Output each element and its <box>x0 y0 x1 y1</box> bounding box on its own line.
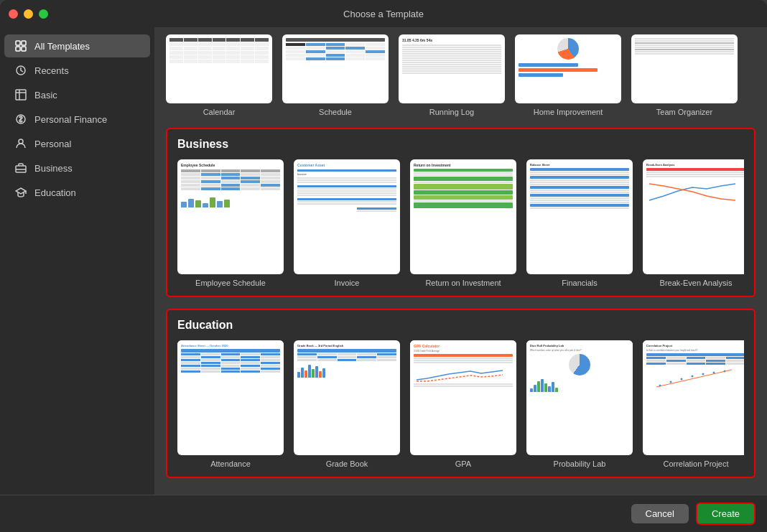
clock-icon <box>14 64 27 77</box>
template-label-financials: Financials <box>562 279 598 287</box>
sidebar-item-business[interactable]: Business <box>4 157 150 179</box>
svg-point-16 <box>670 381 672 383</box>
dollar-icon <box>14 113 27 126</box>
template-label-employee-schedule: Employee Schedule <box>195 279 266 287</box>
minimize-button[interactable] <box>24 9 33 19</box>
cancel-button[interactable]: Cancel <box>631 504 689 523</box>
template-thumb-employee-schedule: Employee Schedule <box>177 159 284 274</box>
svg-marker-13 <box>16 188 26 194</box>
svg-rect-2 <box>16 47 20 51</box>
template-card-roi[interactable]: Return on Investment <box>410 159 516 287</box>
title-bar: Choose a Template <box>0 0 767 27</box>
content-area[interactable]: Calendar Schedule <box>154 27 767 495</box>
template-label-break-even: Break-Even Analysis <box>660 279 733 287</box>
template-label-attendance: Attendance <box>210 459 251 468</box>
svg-line-22 <box>656 370 732 387</box>
window-title: Choose a Template <box>343 9 424 19</box>
template-thumb-team-organizer <box>631 34 738 103</box>
template-card-break-even[interactable]: Break-Even Analysis <box>643 159 744 287</box>
sidebar-label-basic: Basic <box>34 90 57 101</box>
business-section-title: Business <box>177 138 744 151</box>
template-thumb-roi: Return on Investment <box>410 159 516 274</box>
sidebar-label-education: Education <box>34 187 76 198</box>
bottom-bar: Cancel Create <box>0 495 767 532</box>
svg-point-19 <box>702 373 705 375</box>
template-label-team-organizer: Team Organizer <box>656 108 712 116</box>
maximize-button[interactable] <box>39 9 48 19</box>
template-thumb-correlation-project: Correlation Project Is there a correlati… <box>643 340 744 455</box>
svg-rect-1 <box>22 41 26 45</box>
template-card-home-improvement[interactable]: Home Improvement <box>515 34 621 116</box>
svg-point-17 <box>681 378 683 381</box>
template-card-financials[interactable]: Balance Sheet Fi <box>526 159 633 287</box>
svg-point-10 <box>19 139 23 144</box>
sidebar-label-personal: Personal <box>34 139 71 149</box>
template-thumb-schedule <box>282 34 389 103</box>
sidebar-item-education[interactable]: Education <box>4 181 150 204</box>
sidebar-label-recents: Recents <box>34 65 69 76</box>
svg-rect-0 <box>16 41 20 45</box>
template-label-invoice: Invoice <box>335 279 360 287</box>
sidebar-item-personal-finance[interactable]: Personal Finance <box>4 108 150 131</box>
business-section: Business Employee Schedule <box>166 128 756 297</box>
template-card-schedule[interactable]: Schedule <box>282 34 389 116</box>
education-templates-row: Attendance Sheet — October 2020 Attendan… <box>177 340 744 468</box>
template-label-correlation-project: Correlation Project <box>663 459 728 468</box>
template-thumb-gpa: GPA Calculator 3.508 Grade Point Average <box>410 340 516 455</box>
svg-rect-3 <box>22 47 26 51</box>
template-thumb-financials: Balance Sheet <box>526 159 633 274</box>
window-controls <box>9 9 48 19</box>
template-label-probability-lab: Probability Lab <box>554 459 606 468</box>
sidebar-item-basic[interactable]: Basic <box>4 83 150 106</box>
template-thumb-running-log: 31.85 4.35 6m 54s <box>399 34 505 103</box>
template-card-employee-schedule[interactable]: Employee Schedule <box>177 159 284 287</box>
briefcase-icon <box>14 162 27 174</box>
table-icon <box>14 88 27 101</box>
business-templates-row: Employee Schedule <box>177 159 744 287</box>
sidebar-item-recents[interactable]: Recents <box>4 59 150 82</box>
graduation-icon <box>14 186 27 199</box>
template-label-schedule: Schedule <box>319 108 352 116</box>
svg-point-18 <box>692 375 694 378</box>
template-card-invoice[interactable]: Customer Asset Invoice <box>294 159 400 287</box>
sidebar-item-personal[interactable]: Personal <box>4 132 150 155</box>
template-card-attendance[interactable]: Attendance Sheet — October 2020 Attendan… <box>177 340 284 468</box>
close-button[interactable] <box>9 9 18 19</box>
template-label-calendar: Calendar <box>203 108 236 116</box>
template-card-grade-book[interactable]: Grade Book — 3rd Period English <box>294 340 400 468</box>
sidebar: All Templates Recents Basic <box>0 27 154 495</box>
template-card-correlation-project[interactable]: Correlation Project Is there a correlati… <box>643 340 744 468</box>
top-templates-row: Calendar Schedule <box>166 34 756 116</box>
template-label-home-improvement: Home Improvement <box>534 108 603 116</box>
education-section-title: Education <box>177 319 744 332</box>
person-icon <box>14 137 27 150</box>
template-thumb-home-improvement <box>515 34 621 103</box>
template-card-running-log[interactable]: 31.85 4.35 6m 54s Running Log <box>399 34 505 116</box>
template-thumb-break-even: Break-Even Analysis <box>643 159 744 274</box>
template-card-team-organizer[interactable]: Team Organizer <box>631 34 738 116</box>
template-thumb-calendar <box>166 34 272 103</box>
template-card-gpa[interactable]: GPA Calculator 3.508 Grade Point Average <box>410 340 516 468</box>
template-thumb-probability-lab: Dice Roll Probability Lab Which numbers … <box>526 340 633 455</box>
education-section: Education Attendance Sheet — October 202… <box>166 309 756 478</box>
sidebar-item-all-templates[interactable]: All Templates <box>4 34 150 57</box>
sidebar-label-personal-finance: Personal Finance <box>34 114 107 125</box>
template-card-probability-lab[interactable]: Dice Roll Probability Lab Which numbers … <box>526 340 633 468</box>
template-card-calendar[interactable]: Calendar <box>166 34 272 116</box>
svg-rect-5 <box>16 90 26 100</box>
sidebar-label-business: Business <box>34 163 73 174</box>
sidebar-label-all-templates: All Templates <box>34 41 90 52</box>
template-thumb-grade-book: Grade Book — 3rd Period English <box>294 340 400 455</box>
template-thumb-attendance: Attendance Sheet — October 2020 <box>177 340 284 455</box>
create-button[interactable]: Create <box>696 503 756 525</box>
template-label-grade-book: Grade Book <box>326 459 368 468</box>
template-label-running-log: Running Log <box>429 108 474 116</box>
template-label-gpa: GPA <box>455 459 471 468</box>
template-thumb-invoice: Customer Asset Invoice <box>294 159 400 274</box>
template-label-roi: Return on Investment <box>425 279 501 287</box>
grid-icon <box>14 39 27 52</box>
